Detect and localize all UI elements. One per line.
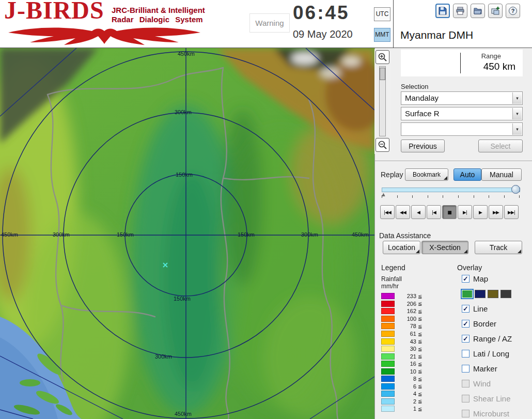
- toolbar: ?: [435, 4, 520, 18]
- radar-map[interactable]: 450km 300km 150km 150km 300km 450km 450k…: [0, 48, 374, 419]
- legend-color-swatch: [381, 308, 395, 314]
- track-button[interactable]: Track: [475, 241, 522, 254]
- product-dropdown[interactable]: Surface R ▾: [401, 107, 523, 120]
- range-divider: [460, 53, 461, 73]
- fast-rewind-button[interactable]: ◀◀: [396, 205, 410, 219]
- legend-color-swatch: [381, 406, 395, 412]
- auto-button[interactable]: Auto: [453, 168, 481, 181]
- legend-entry: 8≦: [381, 375, 422, 383]
- map-color-swatch[interactable]: [462, 290, 473, 298]
- overlay-item-label: Wind: [473, 379, 491, 388]
- product-dropdown-arrow[interactable]: ▾: [512, 108, 522, 119]
- checkbox-checked[interactable]: ✓: [462, 320, 470, 328]
- print-button[interactable]: [453, 4, 467, 18]
- site-dropdown-arrow[interactable]: ▾: [512, 92, 522, 104]
- range-ring-label: 300km: [155, 353, 172, 360]
- map-color-swatch[interactable]: [488, 290, 498, 298]
- fast-forward-button[interactable]: ▶▶: [489, 205, 503, 219]
- map-color-swatch[interactable]: [500, 290, 511, 298]
- legend-entry: 100≦: [381, 315, 422, 323]
- checkbox-checked[interactable]: ✓: [462, 305, 470, 313]
- less-equal-icon: ≦: [418, 293, 422, 299]
- zoom-slider-thumb[interactable]: [380, 68, 385, 80]
- overlay-item-wind[interactable]: Wind: [462, 376, 512, 391]
- overlay-item-lati-long[interactable]: Lati / Long: [462, 346, 512, 361]
- overlay-item-shear-line[interactable]: Shear Line: [462, 391, 512, 406]
- overlay-item-label: Border: [473, 319, 496, 328]
- range-ring-label: 150km: [117, 231, 134, 238]
- warning-button[interactable]: Warning: [249, 13, 290, 33]
- site-dropdown[interactable]: Mandalay ▾: [401, 91, 523, 105]
- range-ring-label: 150km: [174, 296, 191, 302]
- overlay-item-map[interactable]: ✓Map: [462, 271, 512, 286]
- mmt-toggle-button[interactable]: MMT: [374, 28, 390, 42]
- save-button[interactable]: [435, 4, 450, 18]
- radar-map-area[interactable]: 450km 300km 150km 150km 300km 450km 450k…: [0, 48, 374, 419]
- overlay-item-marker[interactable]: Marker: [462, 361, 512, 376]
- extra-dropdown[interactable]: ▾: [401, 122, 523, 136]
- timeline-tick: [504, 195, 505, 198]
- overlay-item-line[interactable]: ✓Line: [462, 301, 512, 316]
- replay-slider-handle[interactable]: [511, 185, 520, 194]
- map-color-swatches: [462, 286, 512, 301]
- overlay-item-border[interactable]: ✓Border: [462, 316, 512, 331]
- bookmark-button[interactable]: Bookmark: [405, 168, 448, 181]
- less-equal-icon: ≦: [418, 308, 422, 314]
- folder-icon: [473, 6, 482, 15]
- checkbox-checked[interactable]: ✓: [462, 275, 470, 283]
- extra-dropdown-arrow[interactable]: ▾: [512, 123, 522, 135]
- map-color-swatch[interactable]: [475, 290, 486, 298]
- open-file-button[interactable]: [471, 4, 485, 18]
- legend-entry: 30≦: [381, 345, 422, 353]
- screen-copy-button[interactable]: [488, 4, 503, 18]
- xsection-button[interactable]: X-Section: [421, 241, 468, 254]
- previous-button[interactable]: Previous: [401, 139, 445, 152]
- location-button[interactable]: Location: [383, 241, 420, 254]
- legend-value: 1: [396, 406, 416, 412]
- stop-button[interactable]: ■: [442, 205, 457, 219]
- step-backward-button[interactable]: |◀: [427, 205, 441, 219]
- step-forward-button[interactable]: ▶|: [458, 205, 472, 219]
- zoom-out-button[interactable]: [375, 138, 389, 152]
- legend-entry: 6≦: [381, 383, 422, 391]
- manual-button[interactable]: Manual: [481, 168, 522, 181]
- legend-color-swatch: [381, 331, 395, 337]
- overlay-item-range-az[interactable]: ✓Range / AZ: [462, 331, 512, 346]
- play-backward-button[interactable]: ◀: [411, 205, 426, 219]
- checkbox-unchecked[interactable]: [462, 365, 470, 373]
- skip-to-end-button[interactable]: ▶▶|: [504, 205, 519, 219]
- less-equal-icon: ≦: [418, 331, 422, 337]
- skip-to-start-button[interactable]: |◀◀: [380, 205, 395, 219]
- timeline-tick: [428, 195, 428, 198]
- overlay-item-microburst[interactable]: Microburst: [462, 406, 512, 419]
- app-logo-subtitle: JRC-Brilliant & Intelligent Radar Dialog…: [112, 6, 205, 24]
- help-button[interactable]: ?: [506, 4, 520, 18]
- play-forward-button[interactable]: ▶: [473, 205, 488, 219]
- timeline-tick: [412, 195, 413, 198]
- timeline-tick: [382, 195, 382, 198]
- less-equal-icon: ≦: [418, 353, 422, 359]
- checkbox-unchecked[interactable]: [462, 380, 470, 387]
- utc-toggle-button[interactable]: UTC: [374, 7, 390, 21]
- data-assistance-label: Data Assistance: [379, 231, 431, 240]
- checkbox-unchecked[interactable]: [462, 410, 470, 417]
- range-ring-label: 300km: [53, 231, 70, 238]
- checkbox-unchecked[interactable]: [462, 350, 470, 358]
- legend-color-swatch: [381, 301, 395, 307]
- range-display: Range 450 km: [401, 50, 523, 76]
- legend-color-swatch: [381, 383, 395, 390]
- zoom-out-icon: [378, 140, 388, 150]
- zoom-in-button[interactable]: [375, 50, 389, 64]
- legend-color-swatch: [381, 353, 395, 360]
- replay-timeline-slider[interactable]: [382, 188, 520, 192]
- timeline-tick: [519, 195, 520, 198]
- checkbox-checked[interactable]: ✓: [462, 335, 470, 343]
- range-ring-label: 450km: [175, 411, 192, 417]
- timeline-tick: [474, 195, 474, 198]
- checkbox-unchecked[interactable]: [462, 395, 470, 402]
- select-button[interactable]: Select: [478, 139, 523, 152]
- legend-value: 8: [396, 376, 416, 382]
- less-equal-icon: ≦: [418, 346, 422, 352]
- legend-entry: 21≦: [381, 352, 422, 360]
- zoom-slider[interactable]: [379, 66, 386, 136]
